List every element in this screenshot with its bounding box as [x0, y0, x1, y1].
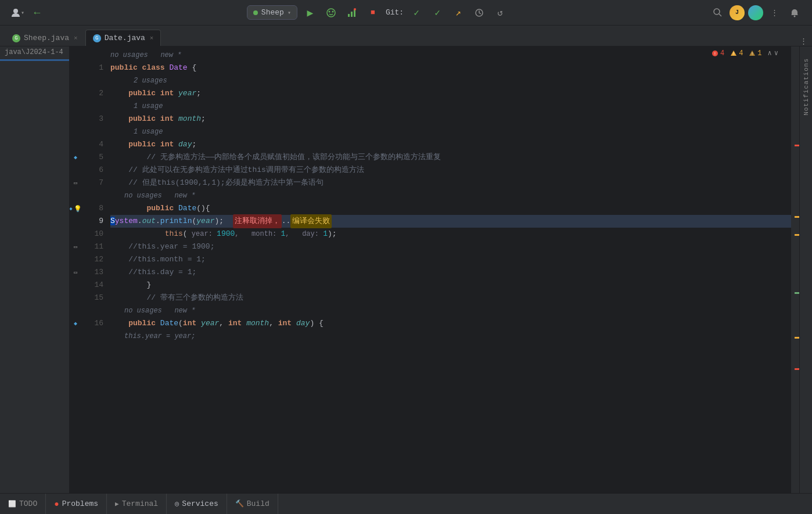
search-button[interactable]	[710, 5, 726, 21]
notifications-label: Notifications	[803, 58, 810, 116]
svg-point-1	[327, 9, 335, 17]
gutter-11[interactable]: ▭	[70, 240, 81, 253]
gutter-4	[70, 138, 81, 151]
ln-hint-1usage-2	[81, 125, 103, 138]
code-line-7: // 但是this(1900,1,1);必须是构造方法中第一条语句	[110, 177, 791, 189]
git-check2-button[interactable]: ✓	[429, 5, 445, 21]
gutter-3	[70, 113, 81, 125]
svg-point-7	[354, 8, 356, 10]
svg-point-0	[13, 9, 18, 13]
status-services[interactable]: ◎ Services	[167, 494, 227, 514]
ln-10: 10	[81, 228, 103, 240]
git-check1-button[interactable]: ✓	[408, 5, 425, 21]
run-config-selector[interactable]: Sheep ▾	[247, 5, 297, 20]
ln-1: 1	[81, 62, 103, 74]
tab-sheep-java-close[interactable]: ×	[74, 35, 78, 42]
gutter-7[interactable]: ▭	[70, 177, 81, 189]
gutter-hint-16	[70, 304, 81, 317]
ln-9: 9	[81, 215, 103, 228]
gutter-hint-8	[70, 189, 81, 202]
profile-button[interactable]: ▾	[9, 5, 26, 21]
code-line-16: public Date(int year, int month, int day…	[110, 317, 791, 330]
ln-hint-nousages	[81, 189, 103, 202]
gutter-13[interactable]: ▭	[70, 266, 81, 279]
tab-date-java[interactable]: G Date.java ×	[85, 30, 161, 46]
ln-6: 6	[81, 164, 103, 177]
code-line-5: // 无参构造方法——内部给各个成员赋值初始值，该部分功能与三个参数的构造方法重…	[110, 151, 791, 164]
svg-rect-5	[351, 12, 353, 17]
gutter-5[interactable]: ◆	[70, 151, 81, 164]
error-marker-1	[795, 145, 799, 146]
rollback-button[interactable]: ↺	[492, 5, 508, 21]
code-line-9: System.out.println(year); 注释取消掉，..编译会失败	[110, 215, 791, 228]
svg-point-3	[332, 10, 333, 12]
run-button[interactable]: ▶	[302, 5, 318, 21]
tabs-row: G Sheep.java × G Date.java × ⋮	[0, 26, 812, 46]
gutter-8[interactable]: ◆ 💡	[70, 202, 81, 215]
tab-sheep-java[interactable]: G Sheep.java ×	[5, 30, 85, 46]
tab-date-java-close[interactable]: ×	[150, 35, 154, 42]
gutter-10	[70, 228, 81, 240]
ln-hint-pre1	[81, 49, 103, 62]
code-line-10: this( year: 1900, month: 1, day: 1);	[110, 228, 791, 240]
build-label: Build	[247, 499, 270, 508]
sidebar-path[interactable]: java\J2024-1-4	[0, 46, 69, 58]
gutter-15	[70, 292, 81, 304]
debug-button[interactable]	[323, 5, 339, 21]
status-build[interactable]: 🔨 Build	[227, 494, 278, 514]
run-config-name: Sheep	[261, 8, 284, 17]
code-hint-2usages: 2 usages	[110, 74, 791, 87]
status-terminal[interactable]: ▶ Terminal	[107, 494, 167, 514]
problems-label: Problems	[62, 499, 98, 508]
services-label: Services	[182, 499, 218, 508]
error-marker-2	[795, 368, 799, 370]
gutter-16[interactable]: ◆	[70, 317, 81, 330]
toolbar-right: J ⋮	[710, 5, 803, 21]
tab-date-java-label: Date.java	[105, 34, 145, 42]
todo-icon: ⬜	[8, 500, 16, 508]
more-button[interactable]: ⋮	[767, 5, 783, 21]
main-content: java\J2024-1-4 ! 4 ! 4 ! 1 ∧ ∨	[0, 46, 812, 493]
ln-2: 2	[81, 87, 103, 100]
code-editor[interactable]: ! 4 ! 4 ! 1 ∧ ∨	[70, 46, 799, 493]
gutter-hint-4	[70, 125, 81, 138]
colored-avatar[interactable]	[748, 5, 763, 20]
problems-icon: ●	[54, 499, 59, 509]
ln-5: 5	[81, 151, 103, 164]
ln-4: 4	[81, 138, 103, 151]
status-todo[interactable]: ⬜ TODO	[0, 494, 46, 514]
gutter-2	[70, 87, 81, 100]
ln-12: 12	[81, 253, 103, 266]
warn-marker-1	[795, 216, 799, 218]
ln-16: 16	[81, 317, 103, 330]
code-line-14: }	[110, 279, 791, 292]
top-toolbar: ▾ ← Sheep ▾ ▶ ■ Git:	[0, 0, 812, 26]
gutter-9	[70, 215, 81, 228]
stop-button[interactable]: ■	[365, 5, 381, 21]
gutter-6	[70, 164, 81, 177]
toolbar-center: Sheep ▾ ▶ ■ Git: ✓ ✓ ↗ ↺	[247, 5, 508, 21]
ln-hint-1usage-1	[81, 100, 103, 113]
back-button[interactable]: ←	[29, 5, 45, 21]
toolbar-left: ▾ ←	[9, 5, 45, 21]
run-config-chevron: ▾	[288, 9, 291, 16]
tabs-more-button[interactable]: ⋮	[800, 37, 807, 46]
tab-sheep-java-label: Sheep.java	[24, 34, 69, 42]
ln-11: 11	[81, 240, 103, 253]
coverage-button[interactable]	[344, 5, 360, 21]
terminal-icon: ▶	[115, 500, 119, 508]
ln-hint-nousages2	[81, 304, 103, 317]
services-icon: ◎	[175, 499, 179, 508]
code-line-3: public int month;	[110, 113, 791, 125]
status-bar: ⬜ TODO ● Problems ▶ Terminal ◎ Services …	[0, 493, 812, 514]
ln-hint-2usages	[81, 74, 103, 87]
notifications-button[interactable]	[786, 5, 803, 21]
git-history-button[interactable]	[471, 5, 487, 21]
status-problems[interactable]: ● Problems	[46, 494, 107, 514]
user-avatar[interactable]: J	[730, 5, 745, 20]
gutter-1	[70, 62, 81, 74]
code-line-12: //this.month = 1;	[110, 253, 791, 266]
git-push-button[interactable]: ↗	[450, 5, 466, 21]
ln-3: 3	[81, 113, 103, 125]
code-hint-nousages: no usages new *	[110, 189, 791, 202]
